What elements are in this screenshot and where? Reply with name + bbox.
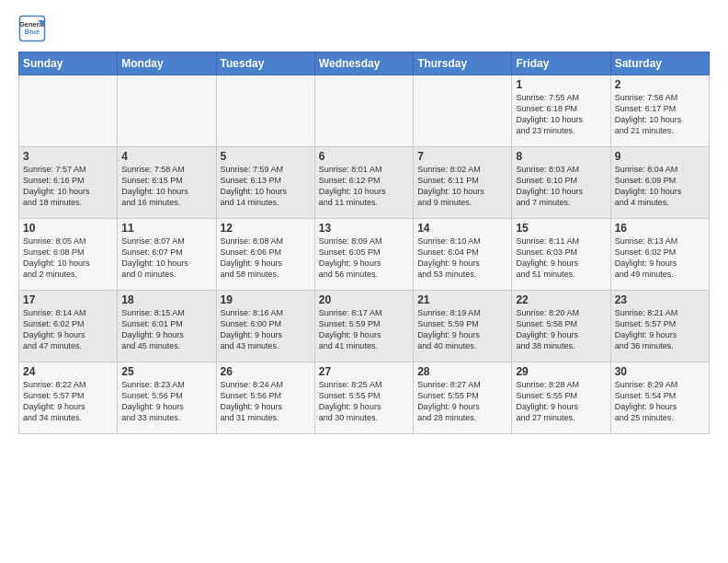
cell-info: Sunrise: 8:20 AM Sunset: 5:58 PM Dayligh…	[516, 307, 606, 352]
day-number: 1	[516, 78, 606, 91]
day-number: 24	[23, 365, 113, 378]
calendar-cell: 9Sunrise: 8:04 AM Sunset: 6:09 PM Daylig…	[610, 147, 709, 219]
day-number: 11	[121, 222, 211, 235]
calendar-cell: 12Sunrise: 8:08 AM Sunset: 6:06 PM Dayli…	[216, 219, 314, 291]
calendar-week-row: 1Sunrise: 7:55 AM Sunset: 6:18 PM Daylig…	[19, 75, 710, 147]
calendar-cell: 25Sunrise: 8:23 AM Sunset: 5:56 PM Dayli…	[118, 362, 216, 434]
calendar-cell: 10Sunrise: 8:05 AM Sunset: 6:08 PM Dayli…	[19, 219, 118, 291]
day-number: 12	[221, 222, 311, 235]
calendar-cell: 6Sunrise: 8:01 AM Sunset: 6:12 PM Daylig…	[314, 147, 413, 219]
day-number: 5	[221, 150, 311, 163]
cell-info: Sunrise: 8:19 AM Sunset: 5:59 PM Dayligh…	[417, 307, 507, 352]
cell-info: Sunrise: 8:23 AM Sunset: 5:56 PM Dayligh…	[121, 379, 211, 424]
day-number: 13	[319, 222, 409, 235]
calendar-cell: 1Sunrise: 7:55 AM Sunset: 6:18 PM Daylig…	[512, 75, 610, 147]
calendar-week-row: 17Sunrise: 8:14 AM Sunset: 6:02 PM Dayli…	[19, 291, 710, 362]
day-number: 29	[516, 365, 606, 378]
calendar-cell: 5Sunrise: 7:59 AM Sunset: 6:13 PM Daylig…	[216, 147, 314, 219]
logo-icon: General Blue	[18, 15, 46, 42]
cell-info: Sunrise: 8:03 AM Sunset: 6:10 PM Dayligh…	[516, 164, 606, 209]
cell-info: Sunrise: 8:27 AM Sunset: 5:55 PM Dayligh…	[417, 379, 507, 424]
calendar-week-row: 10Sunrise: 8:05 AM Sunset: 6:08 PM Dayli…	[19, 219, 710, 291]
weekday-header: Tuesday	[216, 52, 314, 75]
calendar-cell	[216, 75, 314, 147]
calendar-cell: 23Sunrise: 8:21 AM Sunset: 5:57 PM Dayli…	[610, 291, 709, 362]
day-number: 21	[417, 293, 507, 306]
cell-info: Sunrise: 8:04 AM Sunset: 6:09 PM Dayligh…	[615, 164, 705, 209]
weekday-header: Monday	[118, 52, 216, 75]
calendar-cell: 14Sunrise: 8:10 AM Sunset: 6:04 PM Dayli…	[414, 219, 512, 291]
calendar-cell: 28Sunrise: 8:27 AM Sunset: 5:55 PM Dayli…	[414, 362, 512, 434]
day-number: 9	[615, 150, 705, 163]
weekday-header: Sunday	[19, 52, 118, 75]
calendar-cell: 29Sunrise: 8:28 AM Sunset: 5:55 PM Dayli…	[512, 362, 610, 434]
calendar-cell	[19, 75, 118, 147]
day-number: 18	[121, 293, 211, 306]
calendar: SundayMondayTuesdayWednesdayThursdayFrid…	[18, 52, 710, 434]
day-number: 14	[417, 222, 507, 235]
logo: General Blue	[18, 15, 50, 42]
day-number: 8	[516, 150, 606, 163]
weekday-header: Saturday	[610, 52, 709, 75]
day-number: 25	[121, 365, 211, 378]
cell-info: Sunrise: 8:10 AM Sunset: 6:04 PM Dayligh…	[417, 236, 507, 281]
cell-info: Sunrise: 8:28 AM Sunset: 5:55 PM Dayligh…	[516, 379, 606, 424]
calendar-cell: 8Sunrise: 8:03 AM Sunset: 6:10 PM Daylig…	[512, 147, 610, 219]
calendar-cell: 24Sunrise: 8:22 AM Sunset: 5:57 PM Dayli…	[19, 362, 118, 434]
cell-info: Sunrise: 7:58 AM Sunset: 6:15 PM Dayligh…	[121, 164, 211, 209]
calendar-week-row: 24Sunrise: 8:22 AM Sunset: 5:57 PM Dayli…	[19, 362, 710, 434]
cell-info: Sunrise: 8:01 AM Sunset: 6:12 PM Dayligh…	[319, 164, 409, 209]
cell-info: Sunrise: 7:55 AM Sunset: 6:18 PM Dayligh…	[516, 92, 606, 137]
day-number: 20	[319, 293, 409, 306]
cell-info: Sunrise: 8:15 AM Sunset: 6:01 PM Dayligh…	[121, 307, 211, 352]
calendar-cell	[314, 75, 413, 147]
cell-info: Sunrise: 8:07 AM Sunset: 6:07 PM Dayligh…	[121, 236, 211, 281]
day-number: 30	[615, 365, 705, 378]
day-number: 15	[516, 222, 606, 235]
cell-info: Sunrise: 8:22 AM Sunset: 5:57 PM Dayligh…	[23, 379, 113, 424]
day-number: 26	[221, 365, 311, 378]
day-number: 27	[319, 365, 409, 378]
cell-info: Sunrise: 8:29 AM Sunset: 5:54 PM Dayligh…	[615, 379, 705, 424]
svg-text:Blue: Blue	[25, 28, 40, 36]
calendar-header-row: SundayMondayTuesdayWednesdayThursdayFrid…	[19, 52, 710, 75]
day-number: 10	[23, 222, 113, 235]
calendar-cell: 11Sunrise: 8:07 AM Sunset: 6:07 PM Dayli…	[118, 219, 216, 291]
day-number: 2	[615, 78, 705, 91]
cell-info: Sunrise: 7:56 AM Sunset: 6:17 PM Dayligh…	[615, 92, 705, 137]
page: General Blue SundayMondayTuesdayWednesda…	[0, 0, 728, 563]
calendar-cell: 4Sunrise: 7:58 AM Sunset: 6:15 PM Daylig…	[118, 147, 216, 219]
cell-info: Sunrise: 8:02 AM Sunset: 6:11 PM Dayligh…	[417, 164, 507, 209]
cell-info: Sunrise: 8:05 AM Sunset: 6:08 PM Dayligh…	[23, 236, 113, 281]
calendar-cell	[414, 75, 512, 147]
calendar-cell: 22Sunrise: 8:20 AM Sunset: 5:58 PM Dayli…	[512, 291, 610, 362]
calendar-cell: 7Sunrise: 8:02 AM Sunset: 6:11 PM Daylig…	[414, 147, 512, 219]
day-number: 28	[417, 365, 507, 378]
weekday-header: Wednesday	[314, 52, 413, 75]
cell-info: Sunrise: 8:08 AM Sunset: 6:06 PM Dayligh…	[221, 236, 311, 281]
header: General Blue	[18, 15, 710, 42]
calendar-cell: 21Sunrise: 8:19 AM Sunset: 5:59 PM Dayli…	[414, 291, 512, 362]
weekday-header: Thursday	[414, 52, 512, 75]
calendar-cell: 17Sunrise: 8:14 AM Sunset: 6:02 PM Dayli…	[19, 291, 118, 362]
calendar-cell: 15Sunrise: 8:11 AM Sunset: 6:03 PM Dayli…	[512, 219, 610, 291]
day-number: 3	[23, 150, 113, 163]
calendar-week-row: 3Sunrise: 7:57 AM Sunset: 6:16 PM Daylig…	[19, 147, 710, 219]
cell-info: Sunrise: 8:21 AM Sunset: 5:57 PM Dayligh…	[615, 307, 705, 352]
cell-info: Sunrise: 8:25 AM Sunset: 5:55 PM Dayligh…	[319, 379, 409, 424]
day-number: 6	[319, 150, 409, 163]
cell-info: Sunrise: 8:16 AM Sunset: 6:00 PM Dayligh…	[221, 307, 311, 352]
weekday-header: Friday	[512, 52, 610, 75]
calendar-cell: 20Sunrise: 8:17 AM Sunset: 5:59 PM Dayli…	[314, 291, 413, 362]
calendar-cell: 30Sunrise: 8:29 AM Sunset: 5:54 PM Dayli…	[610, 362, 709, 434]
day-number: 23	[615, 293, 705, 306]
cell-info: Sunrise: 8:09 AM Sunset: 6:05 PM Dayligh…	[319, 236, 409, 281]
calendar-cell: 18Sunrise: 8:15 AM Sunset: 6:01 PM Dayli…	[118, 291, 216, 362]
cell-info: Sunrise: 7:59 AM Sunset: 6:13 PM Dayligh…	[221, 164, 311, 209]
cell-info: Sunrise: 7:57 AM Sunset: 6:16 PM Dayligh…	[23, 164, 113, 209]
calendar-cell: 27Sunrise: 8:25 AM Sunset: 5:55 PM Dayli…	[314, 362, 413, 434]
calendar-cell	[118, 75, 216, 147]
calendar-cell: 26Sunrise: 8:24 AM Sunset: 5:56 PM Dayli…	[216, 362, 314, 434]
cell-info: Sunrise: 8:11 AM Sunset: 6:03 PM Dayligh…	[516, 236, 606, 281]
day-number: 17	[23, 293, 113, 306]
